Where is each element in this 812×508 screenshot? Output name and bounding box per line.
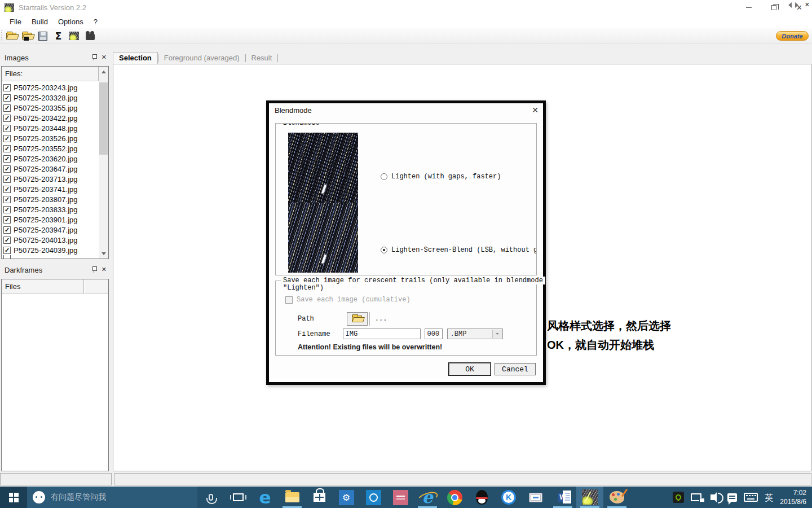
- internet-explorer-taskbar-button[interactable]: e: [414, 487, 441, 508]
- file-row[interactable]: ✓P50725-203647.jpg: [2, 164, 99, 174]
- average-build-button[interactable]: Σ: [51, 30, 65, 42]
- images-scrollbar[interactable]: [99, 67, 108, 259]
- file-row[interactable]: ✓P50725-204013.jpg: [2, 235, 99, 245]
- darkframes-files-header[interactable]: Files: [2, 279, 84, 294]
- blue-circle-app-taskbar-button[interactable]: [360, 487, 387, 508]
- scroll-up-button[interactable]: [99, 67, 108, 76]
- number-input[interactable]: [425, 329, 443, 339]
- tab-result[interactable]: Result: [246, 52, 278, 64]
- pin-icon[interactable]: [91, 54, 97, 60]
- network-tray-icon[interactable]: [691, 493, 701, 501]
- menu-item-build[interactable]: Build: [27, 16, 53, 28]
- file-row[interactable]: ✓P50725-203552.jpg: [2, 143, 99, 154]
- ime-tray-icon[interactable]: 英: [765, 493, 773, 502]
- menu-item-[interactable]: ?: [89, 16, 103, 28]
- file-row[interactable]: ✓P50725-203526.jpg: [2, 133, 99, 143]
- tab-foreground-averaged[interactable]: Foreground (averaged): [158, 52, 245, 64]
- task-view-taskbar-button[interactable]: [224, 487, 251, 508]
- kugou-taskbar-button[interactable]: K: [495, 487, 522, 508]
- file-row[interactable]: ✓P50725-203741.jpg: [2, 184, 99, 194]
- file-row[interactable]: ✓P50725-203807.jpg: [2, 194, 99, 204]
- qq-taskbar-button[interactable]: [468, 487, 495, 508]
- file-row[interactable]: ✓P50725-203833.jpg: [2, 204, 99, 214]
- scroll-down-button[interactable]: [99, 249, 108, 259]
- startrails-taskbar-button[interactable]: [576, 487, 603, 508]
- file-row[interactable]: ✓P50725-203620.jpg: [2, 154, 99, 164]
- file-checkbox[interactable]: ✓: [3, 115, 11, 122]
- radio-lsb[interactable]: Lighten-Screen-Blend (LSB, without gaps,…: [381, 246, 537, 254]
- dropdown-arrow-icon[interactable]: [492, 330, 502, 338]
- tab-close-icon[interactable]: ✕: [805, 2, 810, 8]
- projector-taskbar-button[interactable]: [522, 487, 549, 508]
- file-checkbox[interactable]: ✓: [3, 226, 11, 234]
- paint-taskbar-button[interactable]: [603, 487, 630, 508]
- restore-button[interactable]: [761, 0, 787, 15]
- file-row[interactable]: ✓P50725-203243.jpg: [2, 82, 99, 93]
- ok-button[interactable]: OK: [449, 363, 491, 375]
- file-checkbox[interactable]: ✓: [3, 94, 11, 102]
- pink-app-taskbar-button[interactable]: [387, 487, 414, 508]
- file-checkbox[interactable]: ✓: [3, 104, 11, 112]
- filename-input[interactable]: [343, 329, 421, 339]
- file-explorer-taskbar-button[interactable]: [279, 487, 306, 508]
- browse-path-button[interactable]: [347, 312, 368, 326]
- file-row-partial[interactable]: [2, 255, 99, 259]
- action-center-tray-icon[interactable]: [727, 493, 737, 502]
- tab-scroll-right-icon[interactable]: [795, 2, 801, 8]
- file-row[interactable]: ✓P50725-203947.jpg: [2, 225, 99, 235]
- file-checkbox[interactable]: ✓: [3, 84, 11, 91]
- radio-lighten-circle[interactable]: [381, 173, 387, 180]
- file-checkbox[interactable]: ✓: [3, 247, 11, 254]
- file-row[interactable]: ✓P50725-203901.jpg: [2, 214, 99, 225]
- volume-tray-icon[interactable]: [710, 494, 715, 500]
- file-checkbox[interactable]: ✓: [3, 155, 11, 163]
- file-checkbox[interactable]: ✓: [3, 237, 11, 244]
- file-row[interactable]: ✓P50725-204039.jpg: [2, 245, 99, 255]
- file-row[interactable]: ✓P50725-203713.jpg: [2, 174, 99, 184]
- extension-dropdown[interactable]: .BMP: [447, 329, 503, 339]
- startrails-build-button[interactable]: [67, 30, 81, 42]
- dialog-close-icon[interactable]: ✕: [532, 106, 539, 115]
- images-panel-close-icon[interactable]: ✕: [102, 54, 107, 60]
- minimize-button[interactable]: [736, 0, 761, 15]
- file-row[interactable]: ✓P50725-203448.jpg: [2, 123, 99, 133]
- file-checkbox[interactable]: ✓: [3, 165, 11, 173]
- file-checkbox[interactable]: ✓: [3, 216, 11, 224]
- images-files-header[interactable]: Files:: [2, 67, 99, 81]
- cortana-search-box[interactable]: 有问题尽管问我: [27, 487, 197, 508]
- edge-taskbar-button[interactable]: e: [251, 487, 279, 508]
- start-button[interactable]: [0, 487, 27, 508]
- save-button[interactable]: [36, 30, 50, 42]
- touch-keyboard-tray-icon[interactable]: [744, 493, 758, 502]
- word-taskbar-button[interactable]: W: [549, 487, 576, 508]
- file-row[interactable]: ✓P50725-203328.jpg: [2, 93, 99, 103]
- donate-button[interactable]: Donate: [776, 31, 809, 41]
- pin-icon[interactable]: [91, 266, 97, 273]
- file-checkbox[interactable]: ✓: [3, 125, 11, 132]
- save-each-image-checkbox-row[interactable]: Save each image (cumulative): [285, 296, 411, 304]
- windows-store-taskbar-button[interactable]: [306, 487, 333, 508]
- radio-lighten[interactable]: Lighten (with gaps, faster): [381, 173, 501, 181]
- scrollbar-thumb[interactable]: [99, 82, 108, 155]
- tab-selection[interactable]: Selection: [113, 52, 158, 64]
- menu-item-file[interactable]: File: [5, 16, 27, 28]
- file-checkbox[interactable]: [3, 255, 11, 259]
- file-checkbox[interactable]: ✓: [3, 186, 11, 193]
- radio-lsb-circle[interactable]: [381, 247, 387, 253]
- file-checkbox[interactable]: ✓: [3, 196, 11, 203]
- file-row[interactable]: ✓P50725-203355.jpg: [2, 103, 99, 113]
- taskbar-clock[interactable]: 7:02 2015/8/6: [780, 488, 806, 506]
- file-checkbox[interactable]: ✓: [3, 206, 11, 213]
- darkframes-panel-close-icon[interactable]: ✕: [102, 266, 107, 273]
- video-export-button[interactable]: [83, 30, 97, 42]
- file-checkbox[interactable]: ✓: [3, 176, 11, 183]
- open-images-button[interactable]: [4, 30, 18, 42]
- open-darkframes-button[interactable]: [20, 30, 34, 42]
- file-row[interactable]: ✓P50725-203422.jpg: [2, 113, 99, 123]
- menu-item-options[interactable]: Options: [53, 16, 89, 28]
- settings-taskbar-button[interactable]: ⚙: [333, 487, 360, 508]
- chrome-taskbar-button[interactable]: [441, 487, 468, 508]
- cancel-button[interactable]: Cancel: [495, 363, 536, 375]
- nvidia-tray-icon[interactable]: [673, 492, 684, 503]
- file-checkbox[interactable]: ✓: [3, 145, 11, 152]
